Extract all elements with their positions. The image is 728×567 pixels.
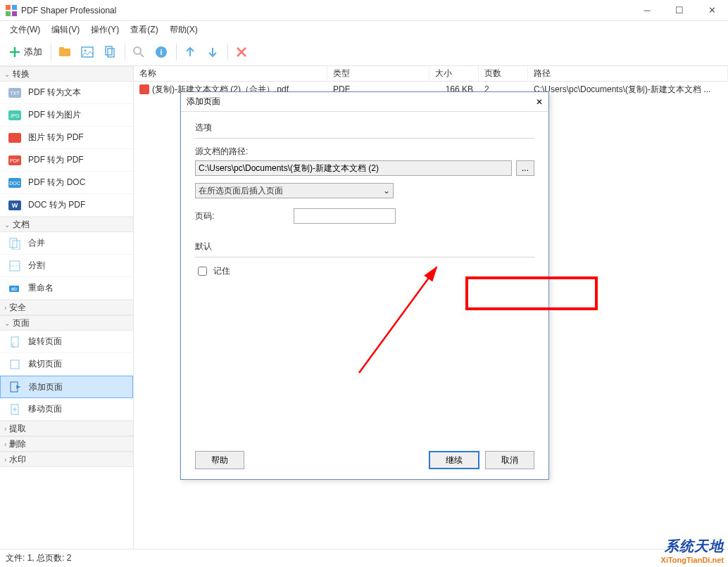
col-name[interactable]: 名称 [134, 66, 327, 81]
category-watermark[interactable]: ›水印 [0, 452, 133, 467]
source-path-label: 源文档的路径: [195, 146, 534, 158]
svg-rect-3 [12, 11, 17, 16]
sidebar-item-pdf-to-doc[interactable]: DOCPDF 转为 DOC [0, 172, 133, 194]
menubar: 文件(W) 编辑(V) 操作(Y) 查看(Z) 帮助(X) [0, 21, 728, 38]
browse-button[interactable]: ... [516, 160, 534, 176]
info-button[interactable]: i [151, 42, 172, 63]
svg-point-7 [84, 49, 87, 51]
folder-button[interactable] [54, 42, 75, 63]
minimize-button[interactable]: ─ [631, 0, 663, 21]
search-button[interactable] [128, 42, 149, 63]
merge-icon [8, 237, 21, 250]
menu-action[interactable]: 操作(Y) [85, 23, 125, 37]
cancel-button[interactable]: 取消 [485, 451, 534, 469]
page-number-label: 页码: [195, 210, 294, 222]
page-number-input[interactable] [294, 208, 396, 224]
source-path-input[interactable] [195, 160, 512, 176]
col-pages[interactable]: 页数 [479, 66, 528, 81]
sidebar-item-split[interactable]: 分割 [0, 255, 133, 277]
sidebar-item-rename[interactable]: ab重命名 [0, 277, 133, 300]
dialog-close-button[interactable]: ✕ [536, 97, 543, 107]
svg-rect-5 [59, 47, 64, 50]
add-page-dialog: 添加页面 ✕ 选项 源文档的路径: ... 在所选页面后插入页面⌄ 页码: 默认… [180, 91, 549, 480]
menu-edit[interactable]: 编辑(V) [46, 23, 85, 37]
sidebar-item-pdf-to-text[interactable]: TXTPDF 转为文本 [0, 82, 133, 104]
insert-mode-dropdown[interactable]: 在所选页面后插入页面⌄ [195, 183, 394, 198]
category-security[interactable]: ›安全 [0, 300, 133, 315]
svg-rect-34 [139, 84, 149, 94]
sidebar-item-pdf-to-pdf[interactable]: PDFPDF 转为 PDF [0, 149, 133, 172]
statusbar: 文件: 1, 总页数: 2 [0, 549, 728, 567]
sidebar: ⌄转换 TXTPDF 转为文本 JPGPDF 转为图片 图片 转为 PDF PD… [0, 66, 134, 549]
separator [125, 44, 125, 60]
pdf-icon: PDF [8, 154, 21, 167]
options-group-label: 选项 [195, 122, 534, 134]
col-path[interactable]: 路径 [528, 66, 728, 81]
status-text: 文件: 1, 总页数: 2 [6, 552, 71, 564]
svg-text:W: W [12, 202, 18, 209]
toolbar: 添加 i [0, 38, 728, 66]
chevron-right-icon: › [4, 304, 6, 312]
chevron-right-icon: › [4, 440, 6, 448]
watermark: 系统天地 XiTongTianDi.net [661, 537, 724, 564]
image-button[interactable] [77, 42, 98, 63]
plus-icon [8, 46, 21, 58]
sidebar-item-doc-to-pdf[interactable]: WDOC 转为 PDF [0, 194, 133, 217]
window-title: PDF Shaper Professional [21, 6, 631, 15]
svg-rect-2 [6, 11, 11, 16]
list-header: 名称 类型 大小 页数 路径 [134, 66, 728, 82]
category-extract[interactable]: ›提取 [0, 421, 133, 436]
sidebar-item-pdf-to-image[interactable]: JPGPDF 转为图片 [0, 104, 133, 127]
chevron-down-icon: ⌄ [383, 186, 390, 196]
sidebar-item-crop[interactable]: 裁切页面 [0, 353, 133, 376]
imgpdf-icon [8, 132, 21, 144]
copy-button[interactable] [99, 42, 120, 63]
titlebar: PDF Shaper Professional ─ ☐ ✕ [0, 0, 728, 21]
remember-checkbox-label[interactable]: 记住 [195, 265, 534, 278]
close-button[interactable]: ✕ [696, 0, 728, 21]
up-button[interactable] [180, 42, 201, 63]
pdf-file-icon [139, 84, 149, 94]
help-button[interactable]: 帮助 [195, 451, 244, 469]
remember-checkbox[interactable] [198, 267, 207, 276]
svg-text:PDF: PDF [10, 158, 20, 163]
continue-button[interactable]: 继续 [429, 451, 479, 469]
chevron-down-icon: ⌄ [4, 221, 10, 229]
col-size[interactable]: 大小 [429, 66, 479, 81]
image-icon [81, 46, 94, 58]
delete-icon [235, 46, 248, 58]
svg-rect-0 [6, 5, 11, 10]
word-icon: W [8, 199, 21, 212]
menu-help[interactable]: 帮助(X) [164, 23, 203, 37]
sidebar-item-move-page[interactable]: 移动页面 [0, 398, 133, 421]
separator [176, 44, 177, 60]
category-delete[interactable]: ›删除 [0, 436, 133, 452]
dialog-title: 添加页面 [187, 96, 536, 108]
col-type[interactable]: 类型 [327, 66, 429, 81]
svg-rect-30 [11, 337, 18, 347]
down-button[interactable] [202, 42, 223, 63]
sidebar-item-rotate[interactable]: 旋转页面 [0, 331, 133, 353]
search-icon [132, 46, 145, 58]
svg-rect-9 [108, 49, 114, 57]
chevron-right-icon: › [4, 456, 6, 464]
sidebar-item-image-to-pdf[interactable]: 图片 转为 PDF [0, 127, 133, 149]
category-document[interactable]: ⌄文档 [0, 217, 133, 232]
svg-text:i: i [160, 48, 162, 56]
sidebar-item-add-page[interactable]: 添加页面 [0, 376, 133, 398]
svg-rect-6 [82, 47, 93, 57]
jpg-icon: JPG [8, 109, 21, 122]
chevron-down-icon: ⌄ [4, 319, 10, 327]
move-page-icon [8, 403, 21, 416]
delete-button[interactable] [231, 42, 252, 63]
category-convert[interactable]: ⌄转换 [0, 66, 133, 82]
add-button[interactable]: 添加 [4, 42, 46, 63]
svg-rect-8 [106, 46, 112, 55]
rotate-icon [8, 336, 21, 348]
menu-view[interactable]: 查看(Z) [125, 23, 163, 37]
sidebar-item-merge[interactable]: 合并 [0, 232, 133, 255]
menu-file[interactable]: 文件(W) [4, 23, 46, 37]
default-group-label: 默认 [195, 241, 534, 253]
maximize-button[interactable]: ☐ [663, 0, 696, 21]
category-page[interactable]: ⌄页面 [0, 315, 133, 331]
